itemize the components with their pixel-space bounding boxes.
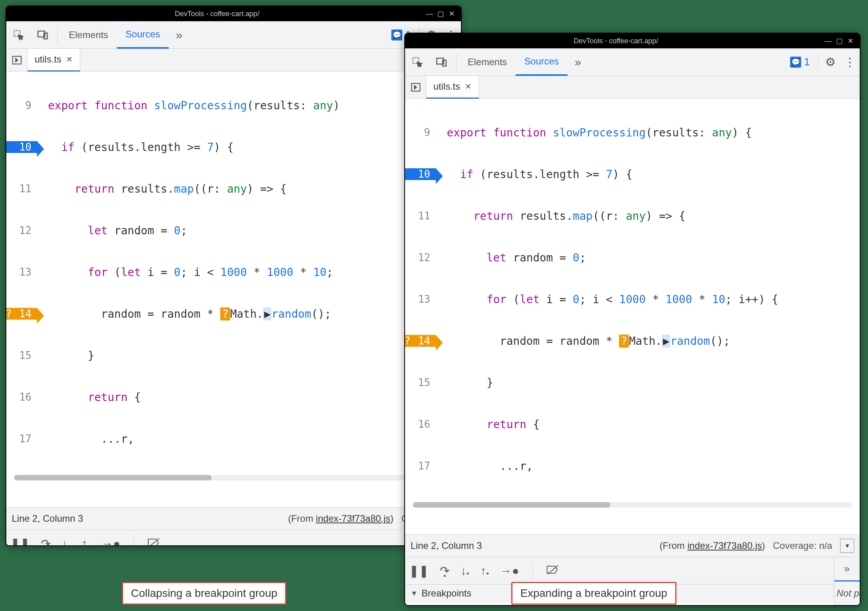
step-into-icon[interactable]: ↓● (461, 564, 469, 578)
tab-elements[interactable]: Elements (459, 48, 516, 76)
line-number[interactable]: 12 (6, 225, 37, 236)
titlebar: DevTools - coffee-cart.app/ — ▢ ✕ (405, 33, 860, 48)
line-number[interactable]: 11 (405, 210, 436, 222)
window-title: DevTools - coffee-cart.app/ (10, 10, 424, 18)
cursor-position: Line 2, Column 3 (12, 513, 83, 524)
pause-icon[interactable]: ❚❚ (10, 537, 30, 546)
deactivate-breakpoints-icon[interactable] (147, 537, 161, 547)
tabs-more-icon[interactable]: » (169, 28, 190, 42)
file-tabs: utils.ts ✕ (405, 76, 860, 99)
code-editor[interactable]: 9export function slowProcessing(results:… (6, 72, 461, 507)
close-button[interactable]: ✕ (845, 37, 856, 45)
issues-icon: 💬 (391, 29, 402, 40)
main-toolbar: Elements Sources » 💬 1 ⚙ ⋮ (6, 21, 461, 49)
titlebar: DevTools - coffee-cart.app/ — ▢ ✕ (6, 6, 461, 21)
line-number[interactable]: 11 (6, 183, 37, 195)
step-icon[interactable]: →● (101, 537, 120, 547)
step-out-icon[interactable]: ↑● (480, 564, 489, 578)
line-number[interactable]: 16 (405, 418, 436, 430)
tab-sources[interactable]: Sources (117, 21, 169, 49)
issues-icon: 💬 (790, 57, 801, 68)
status-bar: Line 2, Column 3 (From index-73f73a80.js… (405, 534, 860, 557)
coverage-text: Coverage: n/a (773, 540, 832, 551)
more-panels-icon[interactable]: » (834, 557, 860, 582)
line-number-conditional-breakpoint[interactable]: 14 (6, 308, 37, 320)
debugger-toolbar: ❚❚ ↷● ↓● ↑● →● (405, 557, 834, 585)
step-into-icon[interactable]: ↓● (62, 537, 70, 547)
line-number[interactable]: 12 (405, 252, 436, 263)
step-icon[interactable]: →● (500, 564, 519, 578)
file-tab-utils[interactable]: utils.ts ✕ (426, 76, 479, 99)
pause-icon[interactable]: ❚❚ (409, 564, 429, 578)
mapped-source-link[interactable]: index-73f73a80.js (687, 540, 762, 551)
show-navigator-icon[interactable] (405, 76, 426, 99)
line-number[interactable]: 17 (6, 433, 37, 445)
separator (57, 26, 58, 44)
line-number[interactable]: 17 (405, 460, 436, 472)
file-name: utils.ts (35, 54, 61, 65)
line-number-breakpoint[interactable]: 10 (405, 168, 436, 180)
code-editor[interactable]: 9export function slowProcessing(results:… (405, 99, 860, 534)
source-mapped-from: (From index-73f73a80.js) (288, 513, 393, 524)
window-title: DevTools - coffee-cart.app/ (409, 37, 823, 45)
issues-button[interactable]: 💬 1 (785, 56, 815, 68)
collapse-icon: ▼ (411, 589, 418, 598)
not-paused-truncated: Not pa (834, 582, 860, 606)
file-tab-utils[interactable]: utils.ts ✕ (28, 49, 80, 72)
device-toggle-icon[interactable] (429, 56, 454, 68)
caption-left: Collapsing a breakpoint group (122, 582, 286, 605)
line-number[interactable]: 16 (6, 391, 37, 403)
line-number[interactable]: 13 (6, 266, 37, 278)
file-name: utils.ts (433, 81, 460, 92)
status-bar: Line 2, Column 3 (From index-73f73a80.js… (6, 507, 461, 530)
tab-sources[interactable]: Sources (516, 48, 568, 76)
main-toolbar: Elements Sources » 💬 1 ⚙ ⋮ (405, 48, 860, 76)
tab-elements[interactable]: Elements (60, 21, 117, 49)
settings-icon[interactable]: ⚙ (820, 48, 840, 76)
details-toggle-icon[interactable]: ▾ (840, 539, 854, 553)
line-number[interactable]: 13 (405, 293, 436, 305)
file-tabs: utils.ts ✕ (6, 49, 461, 72)
issues-count: 1 (804, 56, 810, 68)
close-tab-icon[interactable]: ✕ (66, 55, 73, 64)
source-mapped-from: (From index-73f73a80.js) (660, 540, 765, 551)
maximize-button[interactable]: ▢ (435, 9, 446, 18)
minimize-button[interactable]: — (424, 10, 435, 18)
devtools-window-expanded: DevTools - coffee-cart.app/ — ▢ ✕ Elemen… (404, 33, 861, 606)
panel-title: Breakpoints (422, 588, 472, 599)
devtools-window-collapsed: DevTools - coffee-cart.app/ — ▢ ✕ Elemen… (6, 6, 462, 546)
device-toggle-icon[interactable] (31, 29, 55, 41)
cursor-position: Line 2, Column 3 (411, 540, 482, 551)
line-number[interactable]: 9 (6, 99, 37, 111)
tabs-more-icon[interactable]: » (568, 55, 588, 69)
close-tab-icon[interactable]: ✕ (465, 82, 472, 91)
minimize-button[interactable]: — (823, 37, 834, 45)
deactivate-breakpoints-icon[interactable] (546, 564, 560, 578)
inspect-icon[interactable] (6, 29, 31, 41)
maximize-button[interactable]: ▢ (834, 37, 845, 45)
debugger-toolbar: ❚❚ ↷● ↓● ↑● →● (6, 530, 461, 546)
line-number-breakpoint[interactable]: 10 (6, 141, 37, 153)
step-over-icon[interactable]: ↷● (440, 564, 450, 578)
step-over-icon[interactable]: ↷● (41, 537, 51, 546)
close-button[interactable]: ✕ (446, 9, 457, 18)
inspect-icon[interactable] (405, 56, 429, 68)
line-number[interactable]: 15 (6, 350, 37, 361)
horizontal-scrollbar[interactable] (413, 502, 852, 508)
mapped-source-link[interactable]: index-73f73a80.js (316, 513, 390, 524)
side-drawer: » Not pa (834, 557, 860, 606)
more-icon[interactable]: ⋮ (840, 48, 860, 76)
line-number[interactable]: 9 (405, 127, 436, 138)
horizontal-scrollbar[interactable] (14, 475, 453, 480)
line-number-conditional-breakpoint[interactable]: 14 (405, 335, 436, 347)
step-out-icon[interactable]: ↑● (81, 537, 90, 547)
separator (456, 53, 457, 71)
separator (818, 53, 818, 71)
line-number[interactable]: 15 (405, 377, 436, 388)
show-navigator-icon[interactable] (6, 49, 28, 72)
caption-right: Expanding a breakpoint group (511, 582, 676, 605)
